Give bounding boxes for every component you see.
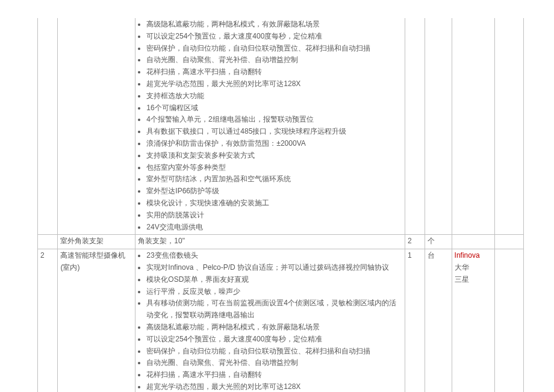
cell-qty: 2 xyxy=(405,235,425,249)
list-item: 具有数据下载接口，可以通过485接口，实现快球程序远程升级 xyxy=(146,126,402,138)
list-item: 室外型可防结冰，内置加热器和空气循环系统 xyxy=(146,173,402,185)
list-item: 支持吸顶和支架安装多种安装方式 xyxy=(146,150,402,162)
cell-qty xyxy=(405,18,425,235)
cell-unit xyxy=(425,18,452,235)
list-item: 可以设定254个预置位，最大速度400度每秒，定位精准 xyxy=(146,334,402,346)
list-item: 支持框选放大功能 xyxy=(146,90,402,102)
list-item: 23变焦倍数镜头 xyxy=(146,250,402,262)
list-item: 花样扫描，高速水平扫描，自动翻转 xyxy=(146,369,402,381)
list-item: 实现对Infinova 、Pelco-P/D 协议自适应；并可以通过拨码选择视控… xyxy=(146,262,402,274)
table-row: 2 高速智能球型摄像机(室内) 23变焦倍数镜头 实现对Infinova 、Pe… xyxy=(38,249,524,392)
cell-name: 高速智能球型摄像机(室内) xyxy=(58,249,135,392)
cell-desc: 角装支架，10" xyxy=(135,235,405,249)
cell-blank xyxy=(495,249,524,392)
list-item: 具有移动侦测功能，可在当前监视画面设置4个侦测区域，灵敏检测区域内的活动变化，报… xyxy=(146,297,402,322)
list-item: 模块化OSD菜单，界面友好直观 xyxy=(146,274,402,286)
cell-unit: 台 xyxy=(425,249,452,392)
spec-table: 高级隐私遮蔽功能，两种隐私模式，有效屏蔽隐私场景 可以设定254个预置位，最大速… xyxy=(37,18,524,392)
list-item: 运行平滑，反应灵敏，噪声少 xyxy=(146,286,402,298)
cell-name xyxy=(58,18,135,235)
list-item: 16个可编程区域 xyxy=(146,102,402,114)
list-item: 包括室内室外等多种类型 xyxy=(146,162,402,174)
cell-brand xyxy=(452,235,495,249)
cell-no xyxy=(38,235,58,249)
list-item: 密码保护，自动归位功能，自动归位联动预置位、花样扫描和自动扫描 xyxy=(146,43,402,55)
list-item: 可以设定254个预置位，最大速度400度每秒，定位精准 xyxy=(146,31,402,43)
list-item: 超宽光学动态范围，最大光照的对比率可达128X xyxy=(146,381,402,392)
list-item: 高级隐私遮蔽功能，两种隐私模式，有效屏蔽隐私场景 xyxy=(146,322,402,334)
cell-qty: 1 xyxy=(405,249,425,392)
list-item: 花样扫描，高速水平扫描，自动翻转 xyxy=(146,66,402,78)
list-item: 模块化设计，实现快速准确的安装施工 xyxy=(146,198,402,210)
cell-no xyxy=(38,18,58,235)
brand-item: 三星 xyxy=(455,274,493,286)
list-item: 实用的防脱落设计 xyxy=(146,210,402,222)
table-row: 高级隐私遮蔽功能，两种隐私模式，有效屏蔽隐私场景 可以设定254个预置位，最大速… xyxy=(38,18,524,235)
brand-item: 大华 xyxy=(455,262,493,274)
brand-highlight: Infinova xyxy=(455,250,493,262)
cell-brand xyxy=(452,18,495,235)
table-row: 室外角装支架 角装支架，10" 2 个 xyxy=(38,235,524,249)
list-item: 密码保护，自动归位功能，自动归位联动预置位、花样扫描和自动扫描 xyxy=(146,346,402,358)
list-item: 浪涌保护和防雷击保护，有效防雷范围：±2000VA xyxy=(146,138,402,150)
cell-desc: 23变焦倍数镜头 实现对Infinova 、Pelco-P/D 协议自适应；并可… xyxy=(135,249,405,392)
list-item: 24V交流电源供电 xyxy=(146,222,402,234)
cell-desc: 高级隐私遮蔽功能，两种隐私模式，有效屏蔽隐私场景 可以设定254个预置位，最大速… xyxy=(135,18,405,235)
list-item: 超宽光学动态范围，最大光照的对比率可达128X xyxy=(146,78,402,90)
list-item: 高级隐私遮蔽功能，两种隐私模式，有效屏蔽隐私场景 xyxy=(146,19,402,31)
desc-list: 23变焦倍数镜头 实现对Infinova 、Pelco-P/D 协议自适应；并可… xyxy=(138,250,402,392)
list-item: 4个报警输入单元，2组继电器输出，报警联动预置位 xyxy=(146,114,402,126)
cell-name: 室外角装支架 xyxy=(58,235,135,249)
list-item: 自动光圈、自动聚焦、背光补偿、自动增益控制 xyxy=(146,54,402,66)
list-item: 室外型达IP66防护等级 xyxy=(146,185,402,198)
desc-list: 高级隐私遮蔽功能，两种隐私模式，有效屏蔽隐私场景 可以设定254个预置位，最大速… xyxy=(138,19,402,233)
cell-brand: Infinova 大华 三星 xyxy=(452,249,495,392)
list-item: 自动光圈、自动聚焦、背光补偿、自动增益控制 xyxy=(146,357,402,369)
cell-unit: 个 xyxy=(425,235,452,249)
cell-blank xyxy=(495,18,524,235)
cell-blank xyxy=(495,235,524,249)
cell-no: 2 xyxy=(38,249,58,392)
